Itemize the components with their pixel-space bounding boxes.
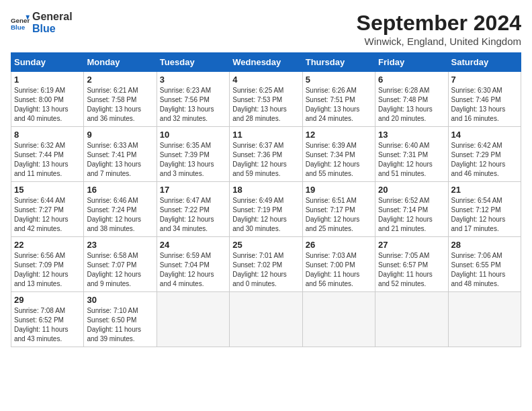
table-row	[157, 292, 229, 347]
header-row: Sunday Monday Tuesday Wednesday Thursday…	[11, 53, 521, 72]
week-row-0: 1 Sunrise: 6:19 AMSunset: 8:00 PMDayligh…	[11, 72, 521, 127]
logo: General Blue General Blue	[11, 11, 73, 34]
day-info: Sunrise: 7:03 AMSunset: 7:00 PMDaylight:…	[306, 251, 372, 289]
day-info: Sunrise: 6:51 AMSunset: 7:17 PMDaylight:…	[306, 196, 372, 234]
table-row: 23 Sunrise: 6:58 AMSunset: 7:07 PMDaylig…	[84, 237, 157, 292]
day-info: Sunrise: 7:10 AMSunset: 6:50 PMDaylight:…	[87, 306, 153, 344]
day-info: Sunrise: 6:40 AMSunset: 7:31 PMDaylight:…	[378, 141, 445, 179]
table-row: 10 Sunrise: 6:35 AMSunset: 7:39 PMDaylig…	[157, 127, 229, 182]
table-row: 12 Sunrise: 6:39 AMSunset: 7:34 PMDaylig…	[302, 127, 375, 182]
col-sunday: Sunday	[11, 53, 84, 72]
svg-text:Blue: Blue	[11, 23, 26, 30]
col-friday: Friday	[375, 53, 448, 72]
table-row: 13 Sunrise: 6:40 AMSunset: 7:31 PMDaylig…	[375, 127, 448, 182]
day-number: 13	[378, 130, 445, 140]
col-thursday: Thursday	[302, 53, 375, 72]
day-number: 28	[451, 240, 518, 250]
col-monday: Monday	[84, 53, 157, 72]
day-info: Sunrise: 6:42 AMSunset: 7:29 PMDaylight:…	[451, 141, 518, 179]
day-number: 11	[232, 130, 299, 140]
logo-general-text: General	[32, 11, 73, 23]
calendar-title: September 2024	[357, 11, 521, 36]
day-number: 23	[87, 240, 153, 250]
day-number: 7	[451, 75, 518, 85]
day-info: Sunrise: 6:30 AMSunset: 7:46 PMDaylight:…	[451, 86, 518, 124]
table-row: 7 Sunrise: 6:30 AMSunset: 7:46 PMDayligh…	[448, 72, 521, 127]
day-info: Sunrise: 6:49 AMSunset: 7:19 PMDaylight:…	[232, 196, 299, 234]
day-number: 22	[14, 240, 81, 250]
day-number: 27	[378, 240, 445, 250]
day-number: 21	[451, 185, 518, 195]
col-saturday: Saturday	[448, 53, 521, 72]
table-row	[375, 292, 448, 347]
table-row: 6 Sunrise: 6:28 AMSunset: 7:48 PMDayligh…	[375, 72, 448, 127]
day-number: 25	[232, 240, 299, 250]
day-info: Sunrise: 6:21 AMSunset: 7:58 PMDaylight:…	[87, 86, 153, 124]
day-info: Sunrise: 6:26 AMSunset: 7:51 PMDaylight:…	[306, 86, 372, 124]
table-row: 22 Sunrise: 6:56 AMSunset: 7:09 PMDaylig…	[11, 237, 84, 292]
col-tuesday: Tuesday	[157, 53, 229, 72]
day-info: Sunrise: 7:06 AMSunset: 6:55 PMDaylight:…	[451, 251, 518, 289]
table-row: 26 Sunrise: 7:03 AMSunset: 7:00 PMDaylig…	[302, 237, 375, 292]
table-row: 5 Sunrise: 6:26 AMSunset: 7:51 PMDayligh…	[302, 72, 375, 127]
week-row-4: 29 Sunrise: 7:08 AMSunset: 6:52 PMDaylig…	[11, 292, 521, 347]
table-row: 21 Sunrise: 6:54 AMSunset: 7:12 PMDaylig…	[448, 182, 521, 237]
table-row: 25 Sunrise: 7:01 AMSunset: 7:02 PMDaylig…	[230, 237, 302, 292]
day-number: 15	[14, 185, 81, 195]
table-row: 11 Sunrise: 6:37 AMSunset: 7:36 PMDaylig…	[230, 127, 302, 182]
day-number: 18	[232, 185, 299, 195]
calendar-table: Sunday Monday Tuesday Wednesday Thursday…	[11, 52, 521, 347]
day-number: 16	[87, 185, 153, 195]
day-info: Sunrise: 7:08 AMSunset: 6:52 PMDaylight:…	[14, 306, 81, 344]
day-info: Sunrise: 6:54 AMSunset: 7:12 PMDaylight:…	[451, 196, 518, 234]
table-row: 3 Sunrise: 6:23 AMSunset: 7:56 PMDayligh…	[157, 72, 229, 127]
day-number: 20	[378, 185, 445, 195]
table-row: 20 Sunrise: 6:52 AMSunset: 7:14 PMDaylig…	[375, 182, 448, 237]
header: General Blue General Blue September 2024…	[11, 11, 521, 47]
day-number: 1	[14, 75, 81, 85]
day-number: 26	[306, 240, 372, 250]
day-number: 30	[87, 295, 153, 305]
table-row: 2 Sunrise: 6:21 AMSunset: 7:58 PMDayligh…	[84, 72, 157, 127]
day-info: Sunrise: 6:56 AMSunset: 7:09 PMDaylight:…	[14, 251, 81, 289]
col-wednesday: Wednesday	[230, 53, 302, 72]
table-row: 8 Sunrise: 6:32 AMSunset: 7:44 PMDayligh…	[11, 127, 84, 182]
table-row: 27 Sunrise: 7:05 AMSunset: 6:57 PMDaylig…	[375, 237, 448, 292]
day-info: Sunrise: 6:35 AMSunset: 7:39 PMDaylight:…	[160, 141, 226, 179]
table-row: 1 Sunrise: 6:19 AMSunset: 8:00 PMDayligh…	[11, 72, 84, 127]
day-info: Sunrise: 6:33 AMSunset: 7:41 PMDaylight:…	[87, 141, 153, 179]
day-info: Sunrise: 6:46 AMSunset: 7:24 PMDaylight:…	[87, 196, 153, 234]
day-info: Sunrise: 7:05 AMSunset: 6:57 PMDaylight:…	[378, 251, 445, 289]
table-row: 14 Sunrise: 6:42 AMSunset: 7:29 PMDaylig…	[448, 127, 521, 182]
table-row: 17 Sunrise: 6:47 AMSunset: 7:22 PMDaylig…	[157, 182, 229, 237]
day-number: 6	[378, 75, 445, 85]
week-row-2: 15 Sunrise: 6:44 AMSunset: 7:27 PMDaylig…	[11, 182, 521, 237]
day-number: 8	[14, 130, 81, 140]
day-info: Sunrise: 6:19 AMSunset: 8:00 PMDaylight:…	[14, 86, 81, 124]
calendar-subtitle: Winwick, England, United Kingdom	[357, 36, 521, 47]
day-number: 29	[14, 295, 81, 305]
title-area: September 2024 Winwick, England, United …	[357, 11, 521, 47]
logo-blue-text: Blue	[32, 23, 73, 35]
table-row: 29 Sunrise: 7:08 AMSunset: 6:52 PMDaylig…	[11, 292, 84, 347]
day-info: Sunrise: 6:25 AMSunset: 7:53 PMDaylight:…	[232, 86, 299, 124]
table-row: 28 Sunrise: 7:06 AMSunset: 6:55 PMDaylig…	[448, 237, 521, 292]
day-number: 3	[160, 75, 226, 85]
day-number: 4	[232, 75, 299, 85]
logo-icon: General Blue	[11, 13, 30, 32]
day-number: 24	[160, 240, 226, 250]
table-row: 18 Sunrise: 6:49 AMSunset: 7:19 PMDaylig…	[230, 182, 302, 237]
day-info: Sunrise: 6:47 AMSunset: 7:22 PMDaylight:…	[160, 196, 226, 234]
day-info: Sunrise: 6:23 AMSunset: 7:56 PMDaylight:…	[160, 86, 226, 124]
table-row: 4 Sunrise: 6:25 AMSunset: 7:53 PMDayligh…	[230, 72, 302, 127]
day-info: Sunrise: 6:28 AMSunset: 7:48 PMDaylight:…	[378, 86, 445, 124]
day-info: Sunrise: 6:58 AMSunset: 7:07 PMDaylight:…	[87, 251, 153, 289]
day-info: Sunrise: 6:39 AMSunset: 7:34 PMDaylight:…	[306, 141, 372, 179]
day-info: Sunrise: 6:32 AMSunset: 7:44 PMDaylight:…	[14, 141, 81, 179]
day-info: Sunrise: 6:44 AMSunset: 7:27 PMDaylight:…	[14, 196, 81, 234]
table-row	[448, 292, 521, 347]
day-info: Sunrise: 6:37 AMSunset: 7:36 PMDaylight:…	[232, 141, 299, 179]
table-row	[230, 292, 302, 347]
day-number: 10	[160, 130, 226, 140]
day-number: 19	[306, 185, 372, 195]
